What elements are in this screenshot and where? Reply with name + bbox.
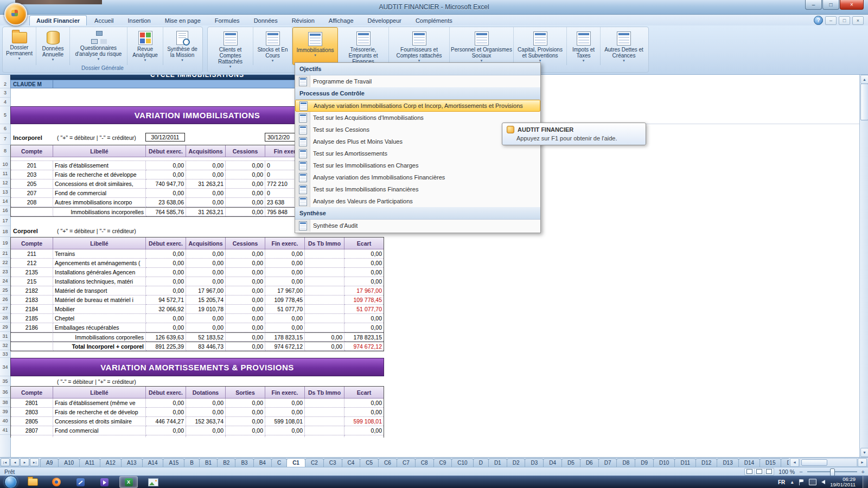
menu-item-programme-de-travail[interactable]: Programme de Travail <box>295 75 540 87</box>
cell[interactable]: 599 108,01 <box>265 417 305 426</box>
row-header-41[interactable]: 41 <box>0 426 10 435</box>
cell[interactable]: 2801 <box>11 399 53 408</box>
sheet-tab-c9[interactable]: C9 <box>433 458 452 467</box>
menu-item-test-sur-les-amortissements[interactable]: Test sur les Amortissements <box>295 147 540 159</box>
menu-item-synth-se-d-audit[interactable]: Synthèse d'Audit <box>295 220 540 232</box>
cell[interactable]: 52 183,52 <box>186 332 226 342</box>
cell[interactable] <box>305 323 344 332</box>
ribbon-button-dossier-permanent[interactable]: Dossier Permanent▾ <box>3 27 36 65</box>
cell[interactable]: 94 572,71 <box>146 296 186 305</box>
cell-date-exercice[interactable]: 30/12/2011 <box>145 133 185 142</box>
sheet-tab-d8[interactable]: D8 <box>616 458 635 467</box>
ribbon-button-clients-et-comptes-rattach-s[interactable]: Clients et Comptes Rattachés▾ <box>208 27 253 65</box>
cell[interactable]: Matériel de bureau et matériel i <box>53 296 146 305</box>
sheet-tab-d14[interactable]: D14 <box>738 458 760 467</box>
cell[interactable] <box>11 332 53 342</box>
sheet-tab-c7[interactable]: C7 <box>397 458 416 467</box>
sheet-tab-d3[interactable]: D3 <box>525 458 544 467</box>
cell[interactable]: 0,00 <box>344 408 384 417</box>
cell-amortissements-legend[interactable]: ( "-" = débiteur | "+" = créditeur) <box>57 377 136 386</box>
cell[interactable]: 0,00 <box>226 161 265 170</box>
excel-taskbar-button[interactable]: X <box>119 476 138 488</box>
sheet-tab-c2[interactable]: C2 <box>305 458 324 467</box>
row-header-33[interactable]: 33 <box>0 350 10 358</box>
cell[interactable]: 0,00 <box>146 189 186 198</box>
cell[interactable]: 0,00 <box>226 305 265 314</box>
cell[interactable]: Agencements et aménagements ( <box>53 259 146 268</box>
cell[interactable]: 0,00 <box>265 277 305 286</box>
vertical-scrollbar-thumb[interactable] <box>860 84 868 120</box>
cell[interactable]: 0,00 <box>344 249 384 259</box>
cell[interactable]: 201 <box>11 161 53 170</box>
cell[interactable]: 152 363,74 <box>186 417 226 426</box>
row-header-26[interactable]: 26 <box>0 295 10 304</box>
scroll-left-icon[interactable]: ◄ <box>790 458 799 467</box>
cell[interactable]: 2186 <box>11 323 53 332</box>
help-icon[interactable]: ? <box>814 16 823 25</box>
cell[interactable]: 0,00 <box>265 249 305 259</box>
sheet-nav-last-icon[interactable]: ►| <box>30 458 39 466</box>
cell[interactable]: 215 <box>11 277 53 286</box>
cell[interactable] <box>265 435 305 438</box>
zoom-slider-thumb[interactable] <box>830 468 835 476</box>
workbook-minimize-button[interactable]: – <box>825 16 837 25</box>
row-header-6[interactable]: 6 <box>0 124 10 133</box>
sheet-tab-b1[interactable]: B1 <box>199 458 218 467</box>
zoom-out-icon[interactable]: − <box>799 469 802 474</box>
row-header-31[interactable]: 31 <box>0 332 10 341</box>
sheet-tab-c3[interactable]: C3 <box>323 458 342 467</box>
cell[interactable]: 0,00 <box>265 426 305 435</box>
cell[interactable]: Immobilisations incorporelles <box>53 207 146 216</box>
cell[interactable]: 0,00 <box>146 286 186 296</box>
cell[interactable]: 17 967,00 <box>344 286 384 296</box>
ribbon-tab-accueil[interactable]: Accueil <box>88 16 120 25</box>
cell[interactable]: 0,00 <box>344 259 384 268</box>
row-header-23[interactable]: 23 <box>0 267 10 277</box>
cell[interactable]: 0,00 <box>186 426 226 435</box>
cell[interactable]: 974 672,12 <box>344 342 384 351</box>
cell-corporel-legend[interactable]: ( "+" = débiteur | "-" = créditeur) <box>57 227 136 235</box>
cell[interactable]: 0,00 <box>186 268 226 277</box>
cell[interactable]: 599 108,01 <box>344 417 384 426</box>
cell[interactable]: 0,00 <box>226 179 265 189</box>
row-header-34[interactable]: 34 <box>0 358 10 376</box>
cell[interactable]: Frais de recherche et de dévelop <box>53 408 146 417</box>
zoom-in-icon[interactable]: + <box>861 469 865 474</box>
menu-item-analyse-variation-immobilisations-corp-et-incorp-amortissements-et-provisions[interactable]: Analyse variation Immobilisations Corp e… <box>295 100 540 112</box>
maximize-button[interactable]: □ <box>822 0 839 10</box>
office-button[interactable] <box>4 3 27 25</box>
row-header-39[interactable]: 39 <box>0 407 10 416</box>
cell[interactable]: Immobilisations corporelles <box>53 332 146 342</box>
scroll-down-icon[interactable]: ▼ <box>860 448 868 457</box>
cell[interactable] <box>305 435 344 438</box>
cell[interactable]: 0,00 <box>305 342 344 351</box>
cell[interactable] <box>186 435 226 438</box>
cell[interactable] <box>11 435 53 438</box>
row-header-3[interactable]: 3 <box>0 88 10 98</box>
cell[interactable]: 212 <box>11 259 53 268</box>
row-header-13[interactable]: 13 <box>0 188 10 197</box>
cell[interactable]: 974 672,12 <box>265 342 305 351</box>
sheet-tab-d10[interactable]: D10 <box>653 458 675 467</box>
ribbon-button-stocks-et-en-cours[interactable]: Stocks et En Cours▾ <box>253 27 292 65</box>
tray-expand-icon[interactable]: ▲ <box>790 480 794 485</box>
row-header-22[interactable]: 22 <box>0 258 10 267</box>
cell[interactable]: 203 <box>11 170 53 179</box>
sheet-tab-d6[interactable]: D6 <box>580 458 599 467</box>
row-header-11[interactable]: 11 <box>0 169 10 178</box>
cell[interactable]: 0,00 <box>226 249 265 259</box>
cell[interactable] <box>305 296 344 305</box>
cell[interactable]: Matériel de transport <box>53 286 146 296</box>
row-header-21[interactable]: 21 <box>0 249 10 258</box>
cell[interactable]: 83 446,73 <box>186 342 226 351</box>
zoom-level[interactable]: 100 % <box>778 468 795 475</box>
sheet-tab-b3[interactable]: B3 <box>235 458 253 467</box>
sheet-tab-a14[interactable]: A14 <box>142 458 164 467</box>
cell[interactable]: 109 778,45 <box>344 296 384 305</box>
ribbon-tab-affichage[interactable]: Affichage <box>322 16 360 25</box>
menu-item-analyse-des-valeurs-de-participations[interactable]: Analyse des Valeurs de Participations <box>295 195 540 207</box>
cell[interactable]: 0,00 <box>146 323 186 332</box>
cell[interactable] <box>344 435 384 438</box>
row-header-38[interactable]: 38 <box>0 398 10 407</box>
vertical-scrollbar[interactable]: ▲ ▼ <box>859 74 868 457</box>
